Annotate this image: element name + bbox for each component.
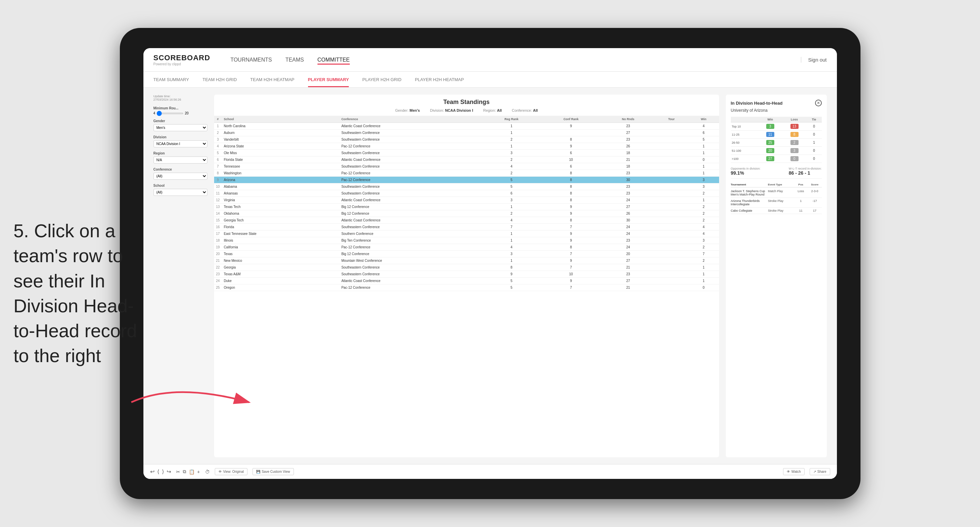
step-forward-icon[interactable]: ⟩ [162,468,164,475]
sign-out[interactable]: Sign out [801,57,826,63]
table-row[interactable]: 3 Vanderbilt Southeastern Conference 2 8… [214,136,719,143]
table-row[interactable]: 25 Oregon Pac-12 Conference 5 7 21 0 [214,284,719,291]
tournament-row: Arizona Thunderbirds Intercollegiate Str… [731,198,822,208]
h2h-col-win: Win [758,117,783,122]
redo-icon[interactable]: ↪ [167,468,171,475]
filter-school: School (All) [154,184,207,196]
min-rounds-slider[interactable] [156,113,183,114]
sub-nav-team-h2h-grid[interactable]: TEAM H2H GRID [202,72,237,87]
add-icon[interactable]: + [197,469,200,475]
table-division-filter: Division: NCAA Division I [430,108,473,113]
watch-icon: 👁 [787,470,790,473]
sub-nav: TEAM SUMMARY TEAM H2H GRID TEAM H2H HEAT… [143,72,837,88]
table-row[interactable]: 20 Texas Big 12 Conference 3 7 20 7 [214,251,719,257]
col-tour: Tour [654,116,688,123]
division-select[interactable]: NCAA Division I [154,140,207,148]
col-conf-rank: Conf Rank [540,116,601,123]
sub-nav-team-h2h-heatmap[interactable]: TEAM H2H HEATMAP [250,72,294,87]
filter-region: Region N/A [154,151,207,163]
h2h-row: 51-100 20 3 0 [731,147,822,155]
col-rank: # [214,116,222,123]
table-row[interactable]: 15 Georgia Tech Atlantic Coast Conferenc… [214,217,719,224]
h2h-tournaments: Tournament Event Type Pos Score Jackson … [731,182,822,214]
table-row[interactable]: 19 California Pac-12 Conference 4 8 24 2 [214,244,719,251]
filter-division: Division NCAA Division I [154,135,207,148]
share-button[interactable]: ↗ Share [810,468,830,475]
teams-table: # School Conference Reg Rank Conf Rank N… [214,116,719,291]
scissors-icon[interactable]: ✂ [176,469,180,475]
h2h-header: In Division Head-to-Head ✕ [731,100,822,106]
table-row[interactable]: 5 Ole Miss Southeastern Conference 3 6 1… [214,150,719,157]
filter-conference: Conference (All) [154,168,207,180]
filter-minimum-rounds: Minimum Rou... 4 20 [154,106,207,115]
table-row[interactable]: 2 Auburn Southeastern Conference 1 27 6 [214,130,719,136]
table-row[interactable]: 9 Arizona Pac-12 Conference 5 8 30 3 [214,177,719,183]
col-conference: Conference [339,116,483,123]
h2h-row: 11-25 11 8 0 [731,130,822,139]
save-custom-view-button[interactable]: 💾 Save Custom View [253,468,294,475]
save-icon: 💾 [256,470,260,473]
table-conference-filter: Conference: All [512,108,538,113]
h2h-team-name: University of Arizona [731,108,822,113]
table-row[interactable]: 21 New Mexico Mountain West Conference 1… [214,257,719,264]
annotation-arrow [124,375,259,429]
tournament-header: Tournament Event Type Pos Score [731,182,822,187]
nav-committee[interactable]: COMMITTEE [317,55,350,65]
table-area: Team Standings Gender: Men's Division: N… [214,95,719,457]
tournament-rows: Jackson T. Stephens Cup Men's Match-Play… [731,188,822,214]
h2h-stats-row: Opponents in division: 99.1% W-L-T recor… [731,167,822,179]
h2h-panel: In Division Head-to-Head ✕ University of… [726,95,827,457]
table-row[interactable]: 23 Texas A&M Southeastern Conference 9 1… [214,271,719,278]
table-row[interactable]: 11 Arkansas Southeastern Conference 6 8 … [214,190,719,197]
table-row[interactable]: 17 East Tennessee State Southern Confere… [214,230,719,237]
table-row[interactable]: 14 Oklahoma Big 12 Conference 2 9 26 2 [214,210,719,217]
eye-icon: 👁 [218,470,222,473]
nav-tournaments[interactable]: TOURNAMENTS [230,55,272,65]
sub-nav-player-h2h-grid[interactable]: PLAYER H2H GRID [362,72,401,87]
h2h-col-loss: Loss [783,117,807,122]
filter-gender: Gender Men's [154,119,207,131]
region-select[interactable]: N/A [154,157,207,163]
logo-sub: Powered by clippd [154,62,210,66]
view-original-button[interactable]: 👁 View: Original [215,468,248,475]
toolbar-tools: ✂ ⧉ 📋 + [176,469,200,475]
undo-icon[interactable]: ↩ [150,468,154,475]
nav-items: TOURNAMENTS TEAMS COMMITTEE [230,55,788,65]
sub-nav-player-summary[interactable]: PLAYER SUMMARY [308,72,349,87]
tournament-row: Cabo Collegiate Stroke Play 11 17 [731,208,822,214]
h2h-opponents: Opponents in division: 99.1% [731,167,761,176]
table-row[interactable]: 12 Virginia Atlantic Coast Conference 3 … [214,197,719,203]
h2h-title: In Division Head-to-Head [731,101,783,106]
paste-icon[interactable]: 📋 [189,469,194,475]
h2h-row: 26-50 25 2 1 [731,139,822,147]
h2h-close-button[interactable]: ✕ [815,100,822,106]
timer-icon: ⏱ [205,469,210,475]
update-time: Update time: 27/03/2024 16:56:26 [154,95,207,101]
table-row[interactable]: 7 Tennessee Southeastern Conference 4 6 … [214,163,719,170]
table-row[interactable]: 16 Florida Southeastern Conference 7 7 2… [214,224,719,230]
table-row[interactable]: 6 Florida State Atlantic Coast Conferenc… [214,157,719,163]
h2h-row: >100 27 0 0 [731,155,822,163]
table-row[interactable]: 4 Arizona State Pac-12 Conference 1 9 26… [214,143,719,150]
h2h-col-label [731,117,758,122]
gender-select[interactable]: Men's [154,124,207,131]
watch-button[interactable]: 👁 Watch [783,468,805,475]
table-row[interactable]: 24 Duke Atlantic Coast Conference 5 9 27… [214,278,719,284]
table-row[interactable]: 13 Texas Tech Big 12 Conference 1 9 27 2 [214,203,719,210]
sub-nav-player-h2h-heatmap[interactable]: PLAYER H2H HEATMAP [415,72,464,87]
table-row[interactable]: 1 North Carolina Atlantic Coast Conferen… [214,123,719,130]
school-select[interactable]: (All) [154,189,207,196]
table-row[interactable]: 10 Alabama Southeastern Conference 5 8 2… [214,183,719,190]
copy-icon[interactable]: ⧉ [183,469,186,475]
sub-nav-team-summary[interactable]: TEAM SUMMARY [154,72,189,87]
conference-select[interactable]: (All) [154,173,207,180]
share-icon: ↗ [813,470,816,473]
nav-bar: SCOREBOARD Powered by clippd TOURNAMENTS… [143,48,837,72]
step-back-icon[interactable]: ⟨ [157,468,159,475]
table-row[interactable]: 22 Georgia Southeastern Conference 8 7 2… [214,264,719,271]
table-row[interactable]: 18 Illinois Big Ten Conference 1 9 23 3 [214,237,719,244]
table-row[interactable]: 8 Washington Pac-12 Conference 2 8 23 1 [214,170,719,177]
nav-teams[interactable]: TEAMS [285,55,304,65]
bottom-toolbar: ↩ ⟨ ⟩ ↪ ✂ ⧉ 📋 + ⏱ 👁 View: Original � [143,464,837,479]
table-region-filter: Region: All [483,108,502,113]
